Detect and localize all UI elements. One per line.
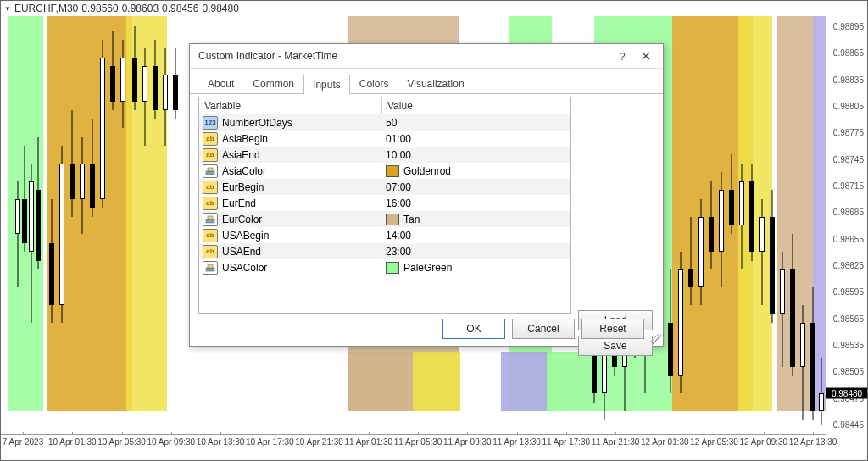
instrument-bar: ▼ EURCHF,M30 0.98560 0.98603 0.98456 0.9…: [1, 1, 242, 16]
dropdown-icon[interactable]: ▼: [4, 5, 11, 13]
svg-rect-1: [208, 168, 213, 171]
tab-common[interactable]: Common: [243, 74, 303, 93]
color-swatch: [386, 214, 399, 225]
ok-button[interactable]: OK: [442, 319, 505, 339]
app-root: ▼ EURCHF,M30 0.98560 0.98603 0.98456 0.9…: [0, 0, 868, 461]
variable-name: NumberOfDays: [222, 117, 292, 129]
string-type-icon: ab: [203, 181, 218, 194]
tab-inputs[interactable]: Inputs: [303, 75, 350, 94]
variable-value[interactable]: 14:00: [386, 230, 411, 242]
session-zone: [501, 352, 548, 411]
variable-name: USAColor: [222, 262, 267, 274]
price-open: 0.98560: [81, 3, 118, 14]
color-swatch: [386, 262, 399, 274]
x-tick: 12 Apr 05:30: [690, 437, 738, 447]
variable-name: USABegin: [222, 230, 269, 242]
x-tick: 10 Apr 13:30: [197, 437, 245, 447]
variable-value[interactable]: 07:00: [386, 181, 411, 193]
y-tick: 0.98685: [833, 208, 864, 217]
tab-bar: AboutCommonInputsColorsVisualization: [190, 69, 663, 94]
y-tick: 0.98805: [833, 102, 864, 111]
variable-value[interactable]: 50: [386, 117, 397, 129]
session-zone: [547, 352, 594, 411]
tab-visualization[interactable]: Visualization: [398, 74, 473, 93]
close-button[interactable]: [634, 47, 658, 65]
price-low: 0.98456: [162, 3, 198, 14]
y-tick: 0.98895: [833, 22, 864, 31]
variable-value[interactable]: Tan: [403, 214, 420, 225]
x-tick: 10 Apr 21:30: [295, 437, 343, 447]
variable-name: EurBegin: [222, 181, 264, 193]
y-tick: 0.98505: [833, 367, 864, 376]
svg-rect-3: [208, 216, 213, 219]
variable-name: EurColor: [222, 214, 262, 225]
variable-name: USAEnd: [222, 246, 261, 258]
instrument-symbol: EURCHF,M30: [14, 3, 78, 14]
help-button[interactable]: ?: [610, 47, 634, 65]
price-close: 0.98480: [202, 3, 238, 14]
cancel-button[interactable]: Cancel: [512, 319, 575, 339]
input-row-usaend[interactable]: abUSAEnd23:00: [199, 243, 570, 259]
input-row-usacolor[interactable]: USAColorPaleGreen: [199, 259, 570, 275]
string-type-icon: ab: [203, 229, 218, 242]
y-tick: 0.98865: [833, 48, 864, 58]
string-type-icon: ab: [203, 148, 218, 162]
y-tick: 0.98775: [833, 128, 864, 137]
y-tick: 0.98535: [833, 341, 864, 350]
variable-name: EurEnd: [222, 197, 256, 209]
header-variable[interactable]: Variable: [199, 97, 382, 114]
tab-about[interactable]: About: [198, 74, 243, 93]
inputs-grid[interactable]: Variable Value 123NumberOfDays50abAsiaBe…: [198, 97, 571, 314]
header-value[interactable]: Value: [382, 97, 570, 114]
price-high: 0.98603: [122, 3, 159, 14]
variable-value[interactable]: PaleGreen: [403, 262, 452, 274]
string-type-icon: ab: [203, 245, 218, 258]
variable-value[interactable]: 16:00: [386, 197, 411, 209]
x-axis: 7 Apr 202310 Apr 01:3010 Apr 05:3010 Apr…: [1, 434, 826, 452]
input-row-asiacolor[interactable]: AsiaColorGoldenrod: [199, 163, 570, 179]
variable-value[interactable]: 10:00: [386, 149, 411, 161]
x-tick: 10 Apr 01:30: [48, 437, 97, 447]
y-axis: 0.988950.988650.988350.988050.987750.987…: [826, 16, 867, 435]
input-row-eurbegin[interactable]: abEurBegin07:00: [199, 179, 570, 195]
x-tick: 11 Apr 13:30: [492, 437, 541, 447]
resize-handle[interactable]: [651, 334, 661, 344]
x-tick: 11 Apr 05:30: [394, 437, 442, 447]
grid-header: Variable Value: [199, 97, 570, 114]
variable-value[interactable]: 23:00: [386, 246, 411, 258]
color-type-icon: [203, 261, 218, 275]
x-tick: 10 Apr 17:30: [246, 437, 294, 447]
x-tick: 11 Apr 21:30: [592, 437, 640, 447]
string-type-icon: ab: [203, 197, 218, 210]
indicator-dialog: Custom Indicator - MarketTime ? AboutCom…: [189, 43, 664, 347]
x-tick: 12 Apr 01:30: [641, 437, 689, 447]
input-row-asiaend[interactable]: abAsiaEnd10:00: [199, 147, 570, 163]
variable-name: AsiaColor: [222, 165, 266, 177]
variable-value[interactable]: Goldenrod: [403, 165, 451, 177]
x-tick: 12 Apr 13:30: [789, 437, 837, 447]
y-tick: 0.98745: [833, 154, 864, 164]
svg-rect-5: [208, 264, 213, 268]
input-row-eurend[interactable]: abEurEnd16:00: [199, 195, 570, 211]
variable-value[interactable]: 01:00: [386, 133, 411, 145]
input-row-numberofdays[interactable]: 123NumberOfDays50: [199, 114, 570, 131]
input-row-eurcolor[interactable]: EurColorTan: [199, 211, 570, 227]
y-tick: 0.98595: [833, 287, 864, 297]
tab-colors[interactable]: Colors: [350, 74, 398, 93]
variable-name: AsiaEnd: [222, 149, 260, 161]
x-tick: 10 Apr 09:30: [147, 437, 195, 447]
x-tick: 12 Apr 09:30: [739, 437, 787, 447]
current-price-label: 0.98480: [826, 388, 867, 399]
y-tick: 0.98655: [833, 234, 864, 243]
x-tick: 7 Apr 2023: [3, 437, 43, 447]
reset-button[interactable]: Reset: [581, 319, 644, 339]
input-row-asiabegin[interactable]: abAsiaBegin01:00: [199, 131, 570, 147]
dialog-titlebar[interactable]: Custom Indicator - MarketTime ?: [190, 44, 663, 69]
svg-rect-4: [206, 268, 214, 271]
y-tick: 0.98565: [833, 314, 864, 323]
svg-rect-0: [206, 171, 214, 175]
x-tick: 11 Apr 01:30: [344, 437, 392, 447]
dialog-footer: OK Cancel Reset: [190, 319, 663, 339]
input-row-usabegin[interactable]: abUSABegin14:00: [199, 227, 570, 243]
x-tick: 11 Apr 09:30: [443, 437, 492, 447]
